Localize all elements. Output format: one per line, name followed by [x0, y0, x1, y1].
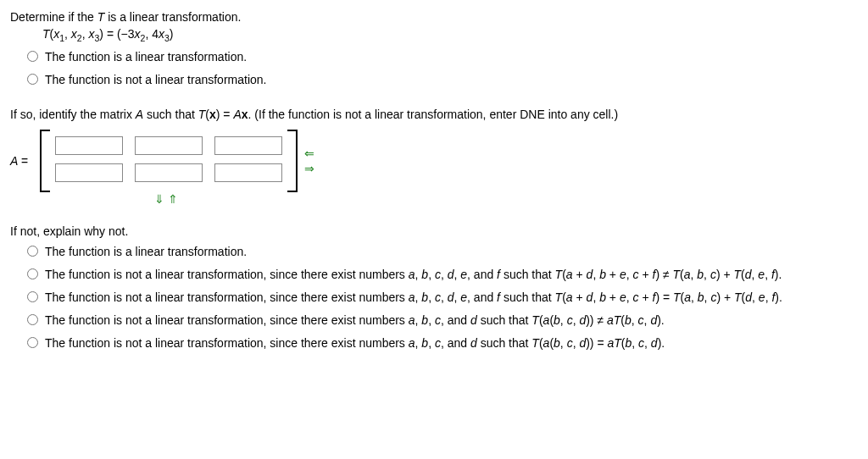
q3-option-5[interactable]: The function is not a linear transformat… [27, 335, 858, 352]
q3-option-2-label: The function is not a linear transformat… [45, 266, 858, 284]
q1-prompt: Determine if the T is a linear transform… [10, 10, 858, 24]
matrix-cell-0-1[interactable] [135, 136, 203, 155]
add-row-icon[interactable]: ⇓ [154, 192, 164, 206]
q1-radio-1[interactable] [27, 51, 38, 62]
q3-radio-4[interactable] [27, 314, 38, 325]
matrix-cell-0-0[interactable] [55, 136, 123, 155]
q3-radio-3[interactable] [27, 291, 38, 302]
remove-row-icon[interactable]: ⇑ [168, 192, 178, 206]
q2-prompt: If so, identify the matrix A such that T… [10, 108, 858, 121]
q3-option-3[interactable]: The function is not a linear transformat… [27, 289, 858, 307]
matrix-cell-1-0[interactable] [55, 163, 123, 182]
q1-option-1-label: The function is a linear transformation. [45, 48, 858, 66]
q3-option-1-label: The function is a linear transformation. [45, 243, 858, 261]
q3-radio-5[interactable] [27, 337, 38, 348]
q3-radio-2[interactable] [27, 268, 38, 279]
matrix-grid [50, 130, 287, 192]
q3-option-3-label: The function is not a linear transformat… [45, 289, 858, 307]
q3-prompt: If not, explain why not. [10, 224, 858, 238]
remove-column-icon[interactable]: ⇐ [304, 147, 314, 159]
q1-option-1[interactable]: The function is a linear transformation. [27, 48, 858, 66]
q3-option-4-label: The function is not a linear transformat… [45, 312, 858, 329]
q3-option-2[interactable]: The function is not a linear transformat… [27, 266, 858, 284]
q1-radio-2[interactable] [27, 74, 38, 85]
q3-option-4[interactable]: The function is not a linear transformat… [27, 312, 858, 329]
q3-option-1[interactable]: The function is a linear transformation. [27, 243, 858, 261]
q1-formula: T(x1, x2, x3) = (−3x2, 4x3) [42, 27, 858, 43]
q3-radio-1[interactable] [27, 246, 38, 257]
matrix-label: A = [10, 154, 28, 168]
matrix-cell-0-2[interactable] [214, 136, 282, 155]
q3-option-5-label: The function is not a linear transformat… [45, 335, 858, 352]
add-column-icon[interactable]: ⇒ [304, 163, 314, 174]
q1-option-2[interactable]: The function is not a linear transformat… [27, 71, 858, 89]
matrix-cell-1-1[interactable] [135, 163, 203, 182]
matrix-cell-1-2[interactable] [214, 163, 282, 182]
bracket-left [40, 130, 50, 192]
bracket-right [287, 130, 298, 192]
q1-option-2-label: The function is not a linear transformat… [45, 71, 858, 89]
